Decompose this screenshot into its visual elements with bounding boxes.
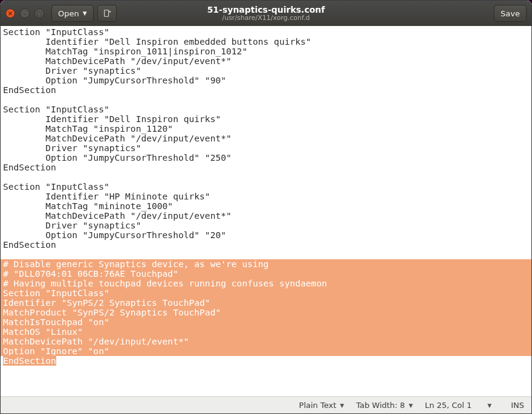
editor-line[interactable]: EndSection — [1, 240, 531, 250]
editor-line[interactable]: MatchTag "mininote_1000" — [1, 201, 531, 211]
editor-line[interactable]: Driver "synaptics" — [1, 143, 531, 153]
editor-line[interactable]: Section "InputClass" — [1, 288, 531, 298]
editor-line[interactable] — [1, 250, 531, 259]
editor-line[interactable]: # Having multiple touchpad devices runni… — [1, 279, 531, 288]
editor-line[interactable]: Driver "synaptics" — [1, 66, 531, 76]
syntax-label: Plain Text — [299, 401, 337, 410]
editor-line[interactable]: # Disable generic Synaptics device, as w… — [1, 259, 531, 269]
titlebar: ✕ – ▢ Open ▼ 51-synaptics-quirks.conf /u… — [1, 1, 531, 26]
chevron-down-icon: ▼ — [409, 403, 413, 409]
editor-line[interactable]: MatchTag "inspiron_1011|inspiron_1012" — [1, 47, 531, 56]
chevron-down-icon: ▼ — [340, 403, 344, 409]
window-title: 51-synaptics-quirks.conf — [207, 5, 325, 15]
editor-line[interactable]: Option "Ignore" "on" — [1, 346, 531, 356]
close-icon[interactable]: ✕ — [5, 8, 15, 18]
editor-line[interactable]: Option "JumpyCursorThreshold" "20" — [1, 230, 531, 240]
editor-line[interactable]: Section "InputClass" — [1, 105, 531, 114]
window-controls: ✕ – ▢ — [5, 8, 44, 18]
editor-line[interactable]: MatchDevicePath "/dev/input/event*" — [1, 337, 531, 346]
window-subtitle: /usr/share/X11/xorg.conf.d — [222, 14, 310, 22]
editor-line[interactable]: EndSection — [1, 85, 531, 95]
editor-line[interactable]: MatchIsTouchpad "on" — [1, 317, 531, 327]
save-button-label: Save — [501, 9, 520, 18]
editor-line[interactable]: Identifier "Dell Inspiron quirks" — [1, 114, 531, 124]
chevron-down-icon: ▼ — [487, 403, 491, 409]
editor-line[interactable]: MatchTag "inspiron_1120" — [1, 124, 531, 134]
maximize-icon[interactable]: ▢ — [34, 8, 44, 18]
editor-line[interactable]: EndSection — [1, 163, 531, 172]
editor-line[interactable]: Section "InputClass" — [1, 27, 531, 37]
open-button-label: Open — [58, 9, 79, 18]
new-document-icon — [103, 9, 111, 18]
new-tab-button[interactable] — [97, 5, 117, 22]
editor-line[interactable]: Section "InputClass" — [1, 182, 531, 192]
cursor-position[interactable]: Ln 25, Col 1 ▼ — [425, 401, 491, 410]
editor-line[interactable]: EndSection — [1, 356, 531, 366]
tab-width-selector[interactable]: Tab Width: 8 ▼ — [356, 401, 413, 410]
editor-line[interactable]: Identifier "SynPS/2 Synaptics TouchPad" — [1, 298, 531, 308]
editor-line[interactable]: MatchOS "Linux" — [1, 327, 531, 337]
editor-line[interactable]: Driver "synaptics" — [1, 221, 531, 230]
editor-line[interactable]: Option "JumpyCursorThreshold" "250" — [1, 153, 531, 163]
tab-width-label: Tab Width: 8 — [356, 401, 405, 410]
editor-line[interactable]: MatchDevicePath "/dev/input/event*" — [1, 56, 531, 66]
editor-line[interactable]: MatchDevicePath "/dev/input/event*" — [1, 134, 531, 143]
statusbar: Plain Text ▼ Tab Width: 8 ▼ Ln 25, Col 1… — [1, 396, 531, 413]
editor-line[interactable] — [1, 172, 531, 182]
editor-line[interactable]: Identifier "HP Mininote quirks" — [1, 192, 531, 201]
svg-rect-0 — [104, 10, 108, 17]
text-editor-area[interactable]: Section "InputClass" Identifier "Dell In… — [1, 26, 531, 396]
editor-line[interactable]: Identifier "Dell Inspiron embedded butto… — [1, 37, 531, 47]
insert-mode-indicator[interactable]: INS — [511, 401, 524, 410]
editor-line[interactable]: # "DLL0704:01 06CB:76AE Touchpad" — [1, 269, 531, 279]
minimize-icon[interactable]: – — [20, 8, 30, 18]
syntax-selector[interactable]: Plain Text ▼ — [299, 401, 345, 410]
editor-line[interactable]: Option "JumpyCursorThreshold" "90" — [1, 76, 531, 85]
editor-line[interactable]: MatchProduct "SynPS/2 Synaptics TouchPad… — [1, 308, 531, 317]
open-button[interactable]: Open ▼ — [51, 5, 94, 22]
editor-line[interactable] — [1, 95, 531, 105]
editor-window: ✕ – ▢ Open ▼ 51-synaptics-quirks.conf /u… — [0, 0, 532, 414]
insert-mode-label: INS — [511, 401, 524, 410]
editor-line[interactable]: MatchDevicePath "/dev/input/event*" — [1, 211, 531, 221]
cursor-position-label: Ln 25, Col 1 — [425, 401, 472, 410]
save-button[interactable]: Save — [494, 5, 527, 22]
chevron-down-icon: ▼ — [83, 10, 87, 16]
